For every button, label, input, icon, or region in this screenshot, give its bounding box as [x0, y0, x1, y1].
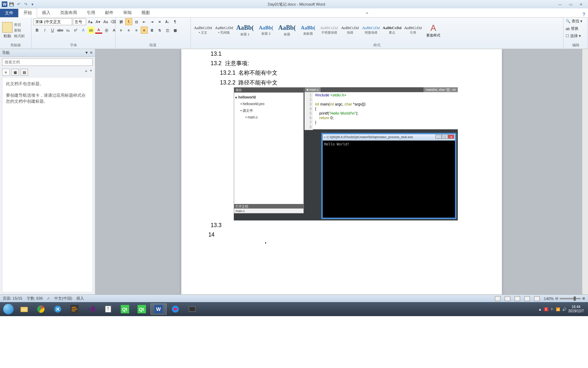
- align-justify-icon[interactable]: ≡: [141, 27, 148, 34]
- fullscreen-view[interactable]: [505, 296, 510, 301]
- outline-view[interactable]: [524, 296, 530, 301]
- nav-tab-pages[interactable]: ▦: [11, 69, 19, 76]
- tab-mailings[interactable]: 邮件: [100, 8, 118, 17]
- change-case-icon[interactable]: Aa: [102, 18, 109, 25]
- style-item[interactable]: AaBb(标题 2: [256, 21, 276, 40]
- language-indicator[interactable]: 中文(中国): [54, 296, 72, 301]
- tray-up-icon[interactable]: ▲: [538, 307, 542, 311]
- document-area[interactable]: 13.113.2注意事项:13.2.1名称不能有中文13.2.2路径不能有中文 …: [95, 49, 588, 294]
- word-count[interactable]: 字数: 636: [27, 296, 43, 301]
- nav-next-icon[interactable]: ▼: [89, 69, 93, 76]
- distributed-icon[interactable]: ≣: [148, 27, 155, 34]
- nav-dropdown-icon[interactable]: ▼ ✕: [85, 50, 93, 55]
- grow-font-icon[interactable]: A▴: [87, 18, 94, 25]
- underline-button[interactable]: U: [49, 27, 56, 34]
- copy-button[interactable]: 复制: [14, 28, 24, 33]
- style-gallery[interactable]: AaBbCcDd• 正文AaBbCcDd• 无间隔AaBb(标题 1AaBb(标…: [193, 20, 423, 41]
- document-line[interactable]: 13.2.1名称不能有中文: [206, 68, 477, 77]
- nav-tab-headings[interactable]: ≡: [2, 69, 10, 76]
- page-indicator[interactable]: 页面: 15/15: [3, 296, 22, 301]
- close-button[interactable]: ✕: [577, 1, 585, 7]
- tab-layout[interactable]: 页面布局: [55, 8, 82, 17]
- tray-action-icon[interactable]: ⚐: [551, 307, 554, 311]
- sort-icon[interactable]: A↓: [164, 18, 171, 25]
- font-color-icon[interactable]: A: [95, 27, 102, 34]
- zoom-slider[interactable]: [560, 298, 581, 299]
- highlight-icon[interactable]: ab: [88, 27, 94, 34]
- font-size-input[interactable]: [73, 18, 86, 25]
- qat-more-icon[interactable]: ▾: [29, 1, 36, 7]
- decrease-indent-icon[interactable]: ⇤: [141, 18, 148, 25]
- tab-home[interactable]: 开始: [18, 8, 37, 18]
- vertical-scrollbar[interactable]: [582, 49, 588, 294]
- style-item[interactable]: AaBbCcDd• 正文: [193, 21, 213, 40]
- taskbar-sublime[interactable]: [66, 304, 83, 315]
- zoom-in-button[interactable]: ⊕: [582, 296, 585, 301]
- style-item[interactable]: AaBbCcDd强调: [340, 21, 360, 40]
- tab-references[interactable]: 引用: [82, 8, 100, 17]
- font-name-input[interactable]: [34, 18, 72, 25]
- taskbar-app3[interactable]: [184, 304, 200, 315]
- file-tab[interactable]: 文件: [0, 9, 18, 17]
- strike-button[interactable]: abc: [57, 27, 64, 34]
- web-layout-view[interactable]: [514, 296, 520, 301]
- numbering-icon[interactable]: ⒈: [125, 18, 132, 25]
- taskbar-word[interactable]: W: [150, 304, 167, 315]
- zoom-out-button[interactable]: ⊖: [555, 296, 558, 301]
- taskbar-app1[interactable]: [50, 304, 66, 315]
- document-content[interactable]: 13.113.2注意事项:13.2.1名称不能有中文13.2.2路径不能有中文 …: [206, 49, 477, 241]
- redo-icon[interactable]: ↷: [22, 1, 29, 7]
- style-item[interactable]: AaBb(副标题: [298, 21, 318, 40]
- italic-button[interactable]: I: [41, 27, 48, 34]
- show-marks-icon[interactable]: ¶: [172, 18, 178, 25]
- insert-mode[interactable]: 插入: [76, 296, 84, 301]
- tray-clock[interactable]: 16:44 2019/12/7: [568, 305, 584, 313]
- tab-insert[interactable]: 插入: [37, 8, 55, 17]
- taskbar-qt1[interactable]: Qt: [117, 304, 133, 315]
- undo-icon[interactable]: ↶: [15, 1, 22, 7]
- search-input[interactable]: [2, 58, 93, 66]
- style-item[interactable]: AaBbCcDd要点: [382, 21, 402, 40]
- start-button[interactable]: [1, 304, 15, 315]
- paste-button[interactable]: 粘贴: [2, 22, 13, 39]
- shading-icon[interactable]: ◫: [164, 27, 171, 34]
- style-item[interactable]: AaBb(标题: [277, 21, 297, 40]
- maximize-button[interactable]: ▭: [566, 1, 575, 7]
- asian-layout-icon[interactable]: ✕: [156, 18, 163, 25]
- tab-review[interactable]: 审阅: [118, 8, 136, 17]
- taskbar-notepad[interactable]: T: [100, 304, 116, 315]
- style-item[interactable]: AaBbCcDd• 无间隔: [214, 21, 234, 40]
- increase-indent-icon[interactable]: ⇥: [148, 18, 155, 25]
- minimize-button[interactable]: —: [556, 1, 564, 7]
- help-icon[interactable]: ?: [580, 12, 588, 17]
- bullets-icon[interactable]: ≡: [118, 18, 125, 25]
- tray-input-icon[interactable]: S: [544, 307, 548, 311]
- cut-button[interactable]: 剪切: [14, 22, 24, 27]
- multilevel-icon[interactable]: ⊟: [133, 18, 140, 25]
- style-item[interactable]: AaBbCcDd不明显强调: [319, 21, 339, 40]
- line-spacing-icon[interactable]: ⇅: [156, 27, 163, 34]
- spell-check-icon[interactable]: ✓: [47, 296, 50, 301]
- align-center-icon[interactable]: ≡: [125, 27, 132, 34]
- superscript-button[interactable]: x²: [72, 27, 79, 34]
- document-line[interactable]: 13.1: [206, 49, 477, 59]
- bold-button[interactable]: B: [34, 27, 41, 34]
- document-line[interactable]: 13.2注意事项:: [206, 59, 477, 68]
- zoom-level[interactable]: 140%: [544, 297, 554, 301]
- style-item[interactable]: AaBbCcDd引用: [403, 21, 423, 40]
- nav-tab-results[interactable]: ▤: [20, 69, 28, 76]
- tray-sound-icon[interactable]: 🔊: [562, 307, 566, 311]
- draft-view[interactable]: [534, 296, 540, 301]
- shrink-font-icon[interactable]: A▾: [94, 18, 102, 25]
- select-button[interactable]: ☐选择▾: [566, 33, 581, 39]
- style-item[interactable]: AaBb(标题 1: [235, 21, 255, 40]
- borders-icon[interactable]: ▦: [172, 27, 178, 34]
- ribbon-minimize-icon[interactable]: ⌃: [362, 12, 372, 17]
- subscript-button[interactable]: x₂: [64, 27, 71, 34]
- taskbar-chrome[interactable]: [33, 304, 49, 315]
- taskbar-app2[interactable]: [167, 304, 183, 315]
- find-button[interactable]: 🔍查找▾: [566, 18, 582, 24]
- document-line[interactable]: 13.2.2路径不能有中文: [206, 78, 477, 87]
- change-styles-button[interactable]: A 更改样式: [425, 23, 442, 38]
- text-effects-icon[interactable]: A: [80, 27, 87, 34]
